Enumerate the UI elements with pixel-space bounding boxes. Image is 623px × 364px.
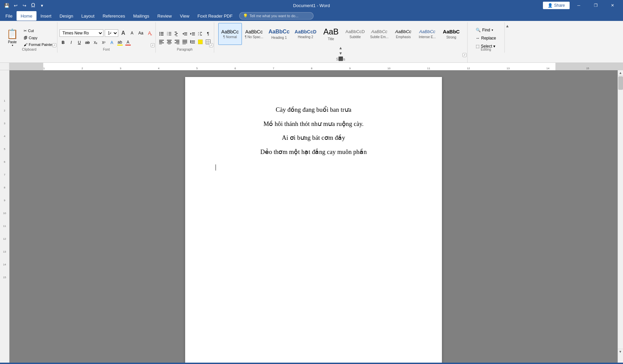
close-button[interactable]: ✕ <box>605 0 620 11</box>
styles-expand-button[interactable]: ↗ <box>463 53 467 57</box>
menu-insert[interactable]: Insert <box>36 11 56 21</box>
justify-button[interactable] <box>181 38 189 46</box>
sort-button[interactable]: AZ <box>197 30 204 37</box>
editing-group-label: Editing <box>481 48 491 51</box>
menu-review[interactable]: Review <box>153 11 176 21</box>
svg-marker-20 <box>190 33 192 35</box>
shrink-font-button[interactable]: A <box>128 29 136 37</box>
align-left-button[interactable] <box>158 38 165 46</box>
align-center-button[interactable] <box>166 38 173 46</box>
ribbon: 📋 Paste ▾ ✂ Cut 🗐 Copy 🖌 Format Painter <box>0 21 623 63</box>
document-page[interactable]: Cày đồng đang buổi ban trưa Mồ hôi thánh… <box>185 77 442 363</box>
decrease-indent-button[interactable] <box>181 30 189 37</box>
menu-layout[interactable]: Layout <box>77 11 99 21</box>
font-color-button[interactable]: A <box>124 39 132 46</box>
styles-scroll-down[interactable]: ▼ <box>338 51 343 56</box>
style-strong[interactable]: AaBbC Strong <box>440 23 463 45</box>
customize-button[interactable]: Ω <box>29 1 37 9</box>
increase-indent-button[interactable] <box>189 30 196 37</box>
style-normal-label: ¶ Normal <box>223 35 237 39</box>
grow-font-button[interactable]: A <box>120 29 127 37</box>
change-case-button[interactable]: Aa <box>137 29 145 37</box>
style-heading2[interactable]: AaBbCcD Heading 2 <box>292 23 319 45</box>
numbering-button[interactable]: 1.2.3. <box>166 30 173 37</box>
minimize-button[interactable]: ─ <box>571 0 587 11</box>
text-highlight-button[interactable]: ab <box>116 39 124 46</box>
find-button[interactable]: 🔍 Find ▾ <box>473 27 498 33</box>
copy-button[interactable]: 🗐 Copy <box>22 35 55 41</box>
scroll-up-button[interactable]: ▲ <box>618 70 623 76</box>
format-painter-button[interactable]: 🖌 Format Painter <box>22 42 55 48</box>
bold-button[interactable]: B <box>59 39 67 46</box>
font-name-select[interactable]: Times New Ro <box>59 29 103 37</box>
style-heading1[interactable]: AaBbCc Heading 1 <box>266 23 292 45</box>
clear-formatting-button[interactable]: A✕ <box>146 29 153 37</box>
undo-button[interactable]: ↩ <box>11 1 20 9</box>
svg-rect-15 <box>176 36 178 36</box>
font-expand-button[interactable]: ↗ <box>151 43 155 47</box>
bullets-button[interactable] <box>158 30 165 37</box>
style-normal-preview: AaBbCc <box>221 29 239 35</box>
svg-marker-28 <box>201 35 202 36</box>
redo-button[interactable]: ↪ <box>20 1 28 9</box>
svg-rect-33 <box>167 40 172 41</box>
share-button[interactable]: 👤 Share <box>543 2 570 9</box>
para-row1: 1.2.3. AZ ¶ <box>158 30 212 37</box>
styles-scroll-up[interactable]: ▲ <box>338 46 343 50</box>
multilevel-button[interactable] <box>173 30 181 37</box>
more-qa-button[interactable]: ▾ <box>38 1 46 9</box>
restore-button[interactable]: ❐ <box>588 0 603 11</box>
style-subtle-emphasis[interactable]: AaBbCc Subtle Em... <box>368 23 391 45</box>
paragraph-expand-button[interactable]: ↗ <box>209 43 213 47</box>
svg-rect-14 <box>175 34 177 35</box>
clipboard-expand-button[interactable]: ↗ <box>52 43 56 47</box>
shading-button[interactable] <box>197 38 204 46</box>
align-right-button[interactable] <box>173 38 181 46</box>
style-title[interactable]: AaB Title <box>319 23 343 45</box>
style-strong-preview: AaBbC <box>443 29 460 35</box>
paragraph-group: 1.2.3. AZ ¶ <box>156 22 214 53</box>
tell-me-box[interactable]: 💡 Tell me what you want to do... <box>239 12 314 20</box>
style-normal[interactable]: AaBbCc ¶ Normal <box>218 23 242 45</box>
style-emphasis[interactable]: AaBbCc Emphasis <box>392 23 415 45</box>
superscript-button[interactable]: X² <box>100 39 107 46</box>
underline-button[interactable]: U <box>76 39 83 46</box>
scroll-down-button[interactable]: ▼ <box>618 349 623 354</box>
cursor-line <box>216 161 412 173</box>
svg-rect-39 <box>175 43 179 43</box>
svg-rect-49 <box>198 40 203 44</box>
svg-rect-5 <box>161 35 164 35</box>
ribbon-collapse-button[interactable]: ▲ <box>505 24 509 28</box>
italic-button[interactable]: I <box>68 39 75 46</box>
menu-home[interactable]: Home <box>17 11 36 21</box>
font-size-select[interactable]: 14 <box>105 29 118 37</box>
save-button[interactable]: 💾 <box>3 1 11 9</box>
scroll-thumb[interactable] <box>618 76 623 90</box>
menu-mailings[interactable]: Mailings <box>129 11 153 21</box>
subscript-button[interactable]: X₂ <box>92 39 99 46</box>
style-nospace[interactable]: AaBbCc ¶ No Spac... <box>242 23 266 45</box>
style-title-preview: AaB <box>323 27 339 37</box>
document-area[interactable]: Cày đồng đang buổi ban trưa Mồ hôi thánh… <box>9 70 618 363</box>
style-intense-emphasis[interactable]: AaBbCc Intense E... <box>416 23 439 45</box>
text-effects-button[interactable]: A <box>108 39 116 46</box>
svg-rect-41 <box>182 40 187 41</box>
menu-view[interactable]: View <box>176 11 193 21</box>
menu-foxit[interactable]: Foxit Reader PDF <box>193 11 236 21</box>
show-formatting-button[interactable]: ¶ <box>204 30 212 37</box>
strikethrough-button[interactable]: ab <box>84 39 91 46</box>
menu-references[interactable]: References <box>99 11 129 21</box>
replace-button[interactable]: ↔ Replace <box>473 35 498 42</box>
title-bar-left: 💾 ↩ ↪ Ω ▾ <box>3 1 46 9</box>
style-subtitle[interactable]: AaBbCcD Subtitle <box>343 23 367 45</box>
paste-button[interactable]: 📋 Paste ▾ <box>3 27 21 49</box>
ruler-corner <box>0 63 9 70</box>
para-row2 <box>158 38 212 46</box>
line-spacing-button[interactable] <box>189 38 196 46</box>
menu-design[interactable]: Design <box>55 11 77 21</box>
vertical-scrollbar[interactable]: ▲ ▼ <box>618 70 623 363</box>
document-content[interactable]: Cày đồng đang buổi ban trưa Mồ hôi thánh… <box>216 104 412 173</box>
svg-rect-9 <box>169 33 171 34</box>
menu-file[interactable]: File <box>1 11 17 21</box>
cut-button[interactable]: ✂ Cut <box>22 28 55 34</box>
